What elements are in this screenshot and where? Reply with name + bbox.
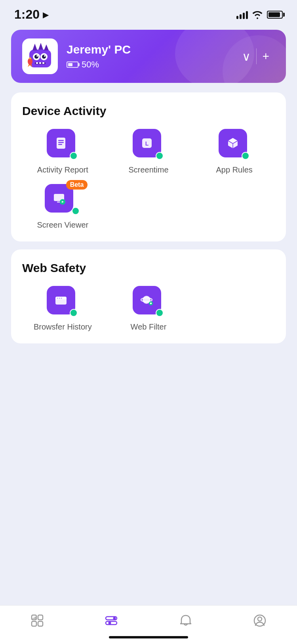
screen-viewer-dot — [72, 207, 80, 215]
svg-point-8 — [36, 55, 38, 57]
screen-viewer-label: Screen Viewer — [37, 220, 88, 230]
battery-icon — [267, 11, 283, 19]
app-rules-dot — [242, 152, 249, 160]
svg-rect-42 — [150, 303, 152, 304]
chevron-down-button[interactable]: ∨ — [236, 46, 256, 67]
status-bar: 1:20 ▶ — [0, 0, 297, 26]
web-filter-label: Web Filter — [131, 322, 167, 332]
web-safety-card: Web Safety — [11, 249, 286, 343]
main-content: Device Activity Activity Report — [0, 83, 297, 353]
home-indicator — [109, 636, 188, 638]
device-activity-card: Device Activity Activity Report — [11, 92, 286, 242]
svg-point-9 — [44, 55, 46, 57]
device-battery-percent: 50% — [82, 59, 99, 70]
svg-rect-44 — [38, 615, 43, 620]
svg-point-55 — [258, 617, 262, 621]
device-battery: 50% — [67, 59, 236, 70]
feature-item-app-rules[interactable]: App Rules — [194, 129, 275, 174]
activity-report-icon-wrap — [47, 129, 78, 161]
signal-bars-icon — [236, 10, 248, 19]
screentime-icon-wrap: L — [133, 129, 164, 161]
svg-point-51 — [113, 617, 116, 620]
svg-marker-1 — [32, 44, 37, 50]
svg-rect-46 — [38, 621, 43, 626]
device-name: Jeremy' PC — [67, 43, 236, 56]
web-filter-dot — [156, 309, 164, 317]
app-rules-label: App Rules — [216, 165, 253, 174]
svg-point-53 — [109, 622, 111, 625]
browser-history-icon-wrap — [47, 286, 78, 318]
dashboard-icon — [29, 612, 46, 629]
svg-rect-19 — [58, 140, 64, 141]
svg-rect-47 — [32, 618, 33, 619]
svg-rect-18 — [57, 138, 65, 149]
web-filter-icon-wrap — [133, 286, 164, 318]
activity-report-dot — [70, 152, 78, 160]
device-activity-title: Device Activity — [22, 104, 275, 118]
app-rules-icon-wrap — [219, 129, 250, 161]
svg-rect-48 — [34, 617, 34, 619]
status-icons — [236, 10, 283, 19]
browser-history-label: Browsfer History — [34, 322, 92, 332]
screen-viewer-icon-wrap: Beta — [45, 184, 80, 216]
svg-marker-3 — [44, 44, 49, 50]
wifi-icon — [252, 10, 263, 19]
add-device-button[interactable]: + — [257, 46, 275, 67]
location-icon: ▶ — [43, 10, 49, 19]
feature-item-browser-history[interactable]: Browsfer History — [22, 286, 103, 332]
svg-point-7 — [42, 55, 46, 59]
device-activity-grid: Activity Report L Screentime — [22, 129, 275, 230]
svg-point-37 — [59, 298, 60, 299]
svg-text:L: L — [145, 140, 149, 147]
screentime-label: Screentime — [128, 165, 168, 174]
svg-rect-20 — [58, 142, 64, 143]
svg-rect-11 — [36, 62, 38, 64]
feature-item-screentime[interactable]: L Screentime — [108, 129, 189, 174]
feature-item-web-filter[interactable]: Web Filter — [108, 286, 189, 332]
features-icon — [103, 612, 120, 629]
svg-rect-13 — [42, 62, 44, 64]
web-safety-grid: Browsfer History — [22, 286, 275, 332]
svg-point-38 — [61, 298, 62, 299]
device-actions: ∨ + — [236, 46, 275, 67]
device-header-card[interactable]: Jeremy' PC 50% ∨ + — [11, 30, 286, 83]
svg-rect-0 — [29, 50, 51, 67]
svg-rect-12 — [39, 62, 41, 64]
activity-report-label: Activity Report — [37, 165, 88, 174]
device-battery-icon — [67, 61, 78, 68]
svg-rect-45 — [32, 621, 36, 626]
svg-rect-21 — [58, 144, 62, 145]
svg-point-36 — [57, 298, 58, 299]
feature-item-activity-report[interactable]: Activity Report — [22, 129, 103, 174]
notice-icon — [177, 612, 194, 629]
device-info: Jeremy' PC 50% — [67, 43, 236, 70]
svg-point-6 — [34, 55, 38, 59]
device-avatar — [22, 38, 58, 74]
web-safety-title: Web Safety — [22, 261, 275, 275]
svg-marker-2 — [38, 43, 43, 50]
feature-item-screen-viewer[interactable]: Beta Screen Viewer — [22, 184, 103, 230]
screentime-dot — [156, 152, 164, 160]
account-icon — [251, 612, 268, 629]
status-time: 1:20 — [14, 7, 40, 22]
browser-history-dot — [70, 309, 78, 317]
svg-rect-49 — [35, 617, 36, 619]
beta-badge: Beta — [66, 180, 88, 190]
svg-rect-52 — [106, 621, 117, 625]
